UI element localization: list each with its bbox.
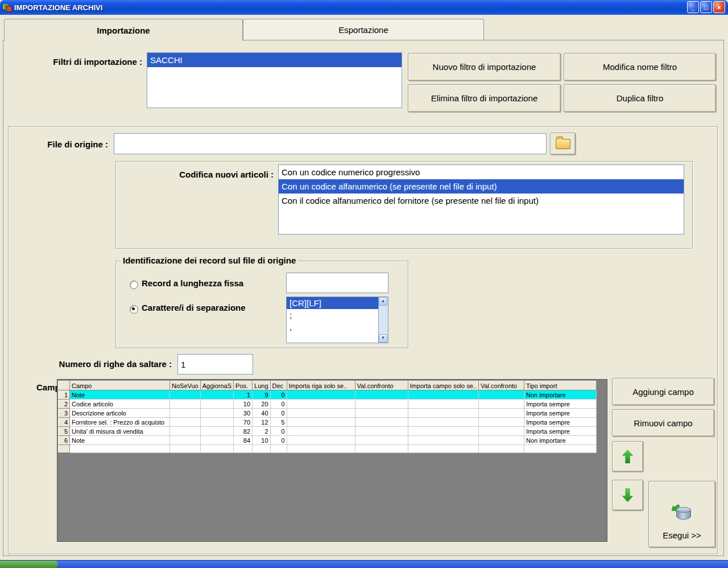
cell-aggiorna: [200, 418, 233, 427]
lunghezza-fissa-input[interactable]: [286, 273, 388, 293]
filtri-listbox[interactable]: SACCHI: [147, 52, 402, 108]
table-row[interactable]: 1 Note 1 9 0 Non importare: [59, 390, 597, 400]
cell-aggiorna: [200, 427, 233, 436]
taskbar[interactable]: [0, 560, 728, 568]
row-number: 1: [59, 390, 70, 400]
aggiungi-campo-button[interactable]: Aggiungi campo: [612, 378, 714, 405]
maximize-button[interactable]: □: [700, 1, 712, 13]
col-header: Tipo import: [524, 381, 596, 390]
tab-importazione[interactable]: Importazione: [4, 19, 243, 41]
rimuovi-campo-button[interactable]: Rimuovi campo: [612, 409, 714, 437]
table-row[interactable]: 4 Fornitore sel. : Prezzo di acquisto 70…: [59, 418, 597, 427]
browse-file-button[interactable]: [550, 133, 576, 155]
row-number: 3: [59, 409, 70, 418]
radio-carattere-separazione[interactable]: [130, 305, 138, 314]
col-header: Campo: [70, 381, 170, 390]
scroll-down-icon[interactable]: ▼: [379, 334, 387, 343]
identificazione-groupbox: Identificazione dei record sul file di o…: [115, 261, 408, 348]
cell-empty: [270, 445, 287, 453]
campi-table[interactable]: Campo NoSeVuo AggiornaS Pos. Lung Dec Im…: [58, 381, 597, 453]
cell-dec: 0: [270, 390, 287, 400]
cell-importa-campo: [408, 400, 478, 409]
cell-lung: 40: [253, 409, 270, 418]
duplica-filtro-button[interactable]: Duplica filtro: [564, 84, 716, 112]
cell-lung: 2: [253, 427, 270, 436]
cell-pos: 82: [234, 427, 253, 436]
window-title: IMPORTAZIONE ARCHIVI: [14, 3, 102, 12]
cell-importa-campo: [408, 409, 478, 418]
close-button[interactable]: ×: [713, 1, 725, 13]
cell-val-confronto-2: [478, 418, 524, 427]
window-controls: _ □ ×: [687, 1, 725, 13]
cell-dec: 5: [270, 418, 287, 427]
cell-nosevuoto: [170, 390, 201, 400]
scrollbar[interactable]: ▲ ▼: [378, 297, 388, 343]
folder-icon: [556, 139, 570, 149]
list-item[interactable]: Con il codice alfanumerico del fornitore…: [279, 194, 684, 208]
list-item[interactable]: ,: [287, 321, 388, 333]
minimize-button[interactable]: _: [687, 1, 699, 13]
scroll-up-icon[interactable]: ▲: [379, 297, 387, 306]
cell-lung: 9: [253, 390, 270, 400]
cell-dec: 0: [270, 436, 287, 445]
move-field-up-button[interactable]: [612, 441, 643, 472]
file-origine-input[interactable]: [114, 133, 547, 154]
cell-empty: [287, 445, 355, 453]
cell-nosevuoto: [170, 409, 201, 418]
record-lunghezza-fissa-label: Record a lunghezza fissa: [142, 278, 243, 288]
col-header: Pos.: [234, 381, 253, 390]
col-header: Val.confronto: [355, 381, 408, 390]
list-item[interactable]: Con un codice alfanumerico (se presente …: [279, 179, 684, 194]
cell-importa-riga: [287, 409, 355, 418]
cell-aggiorna: [200, 409, 233, 418]
tab-esportazione-label: Esportazione: [338, 25, 388, 35]
col-header: Importa riga solo se..: [287, 381, 355, 390]
empty-row: [59, 445, 597, 453]
col-header-rownum: [59, 381, 70, 390]
list-item[interactable]: [CR][LF]: [287, 297, 388, 309]
titlebar: IMPORTAZIONE ARCHIVI _ □ ×: [0, 0, 728, 15]
list-item[interactable]: Con un codice numerico progressivo: [279, 165, 684, 179]
database-import-icon: [672, 504, 692, 522]
nuovo-filtro-button[interactable]: Nuovo filtro di importazione: [408, 53, 561, 81]
row-number: 2: [59, 400, 70, 409]
table-row[interactable]: 5 Unita' di misura di vendita 82 2 0 Imp…: [59, 427, 597, 436]
radio-record-lunghezza-fissa[interactable]: [130, 281, 138, 289]
modifica-nome-filtro-button[interactable]: Modifica nome filtro: [564, 53, 716, 81]
filtri-importazione-label: Filtri di importazione :: [17, 57, 142, 67]
cell-importa-campo: [408, 418, 478, 427]
table-row[interactable]: 2 Codice articolo 10 20 0 Importa sempre: [59, 400, 597, 409]
row-number: 6: [59, 436, 70, 445]
arrow-up-icon: [622, 450, 634, 463]
start-button[interactable]: [0, 561, 58, 568]
file-origine-label: File di origine :: [31, 139, 108, 149]
cell-campo: Note: [70, 390, 170, 400]
carattere-separazione-label: Carattere/i di separazione: [142, 303, 246, 312]
tab-esportazione[interactable]: Esportazione: [243, 19, 484, 40]
table-row[interactable]: 6 Note 84 10 0 Non importare: [59, 436, 597, 445]
cell-pos: 70: [234, 418, 253, 427]
esegui-label: Esegui >>: [663, 530, 701, 540]
cell-nosevuoto: [170, 427, 201, 436]
cell-importa-campo: [408, 390, 478, 400]
cell-campo: Unita' di misura di vendita: [70, 427, 170, 436]
cell-empty: [170, 445, 201, 453]
cell-val-confronto-2: [478, 427, 524, 436]
campi-grid-area: Campo NoSeVuo AggiornaS Pos. Lung Dec Im…: [57, 379, 607, 542]
righe-da-saltare-input[interactable]: [177, 354, 253, 374]
cell-tipo-import: Importa sempre: [524, 400, 596, 409]
cell-empty: [408, 445, 478, 453]
row-number: 5: [59, 427, 70, 436]
elimina-filtro-button[interactable]: Elimina filtro di importazione: [408, 84, 561, 112]
table-row[interactable]: 3 Descrizione articolo 30 40 0 Importa s…: [59, 409, 597, 418]
cell-dec: 0: [270, 400, 287, 409]
cell-val-confronto-1: [355, 427, 408, 436]
separatori-listbox[interactable]: [CR][LF] ; , ▲ ▼: [286, 297, 388, 343]
esegui-button[interactable]: Esegui >>: [648, 481, 715, 548]
list-item[interactable]: ;: [287, 309, 388, 321]
cell-tipo-import: Importa sempre: [524, 418, 596, 427]
cell-val-confronto-1: [355, 418, 408, 427]
codifica-listbox[interactable]: Con un codice numerico progressivo Con u…: [278, 164, 684, 234]
list-item[interactable]: SACCHI: [147, 53, 402, 67]
move-field-down-button[interactable]: [612, 480, 643, 511]
